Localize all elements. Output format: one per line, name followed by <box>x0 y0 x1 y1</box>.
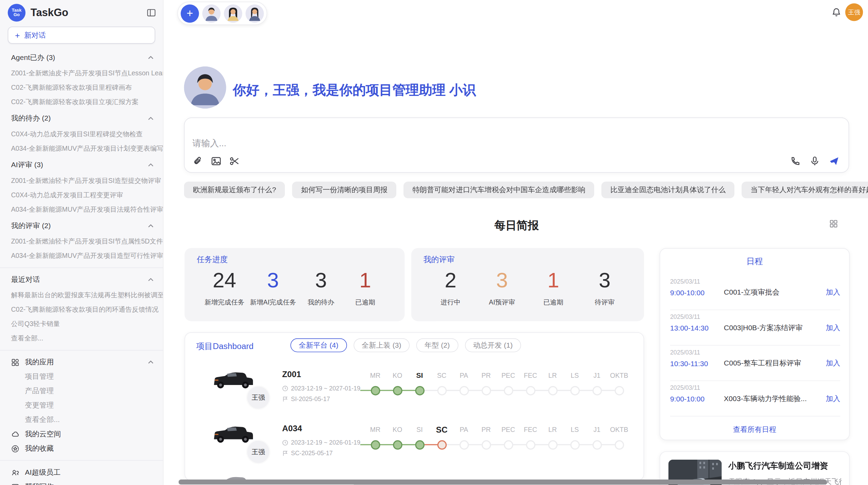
sidebar-task-item[interactable]: A034-全新新能源MUV产品开发项目造型可行性评审 <box>0 249 163 263</box>
tab-new-platform[interactable]: 全新平台 (4) <box>290 338 347 352</box>
project-dates: 2023-12-19 ~ 2026-01-19 <box>282 439 360 446</box>
app-item-product-mgmt[interactable]: 产品管理 <box>0 384 163 398</box>
milestone: SC <box>431 424 453 450</box>
mic-icon[interactable] <box>809 156 820 166</box>
milestone: FEC <box>519 424 542 450</box>
milestone-dot <box>393 440 402 449</box>
app-item-change-mgmt[interactable]: 变更管理 <box>0 398 163 412</box>
milestone-label: MR <box>370 369 380 382</box>
milestone-label: LS <box>571 424 579 436</box>
milestone: KO <box>386 424 409 450</box>
menu-label: 我的应用 <box>25 357 147 367</box>
apps-view-all[interactable]: 查看全部... <box>0 413 163 427</box>
chevron-up-icon[interactable] <box>147 223 154 229</box>
milestone-dot <box>415 440 424 449</box>
date-range: 2023-12-19 ~ 2026-01-19 <box>291 439 360 446</box>
tab-year-model[interactable]: 年型 (2) <box>416 338 458 352</box>
clock-icon <box>282 385 288 391</box>
sidebar-task-item[interactable]: C02-飞腾新能源轻客改款项目里程碑画布 <box>0 80 163 95</box>
section-my-review[interactable]: 我的评审 (2) <box>0 219 163 233</box>
sidebar-item-cloud-space[interactable]: 我的云空间 <box>0 427 163 442</box>
chevron-up-icon[interactable] <box>147 162 154 168</box>
sidebar-task-item[interactable]: A034-全新新能源MUV产品开发项目计划变更表编写 <box>0 141 163 156</box>
sidebar-header: Task Go TaskGo <box>0 0 163 25</box>
notification-bell-icon[interactable] <box>831 7 841 17</box>
suggestion-chip[interactable]: 欧洲新规最近颁布了什么? <box>184 182 285 198</box>
message-input[interactable] <box>191 137 748 154</box>
sidebar-item-ai-super-staff[interactable]: AI超级员工 <box>0 465 163 480</box>
suggestion-chip[interactable]: 如何写一份清晰的项目周报 <box>292 182 396 198</box>
chevron-up-icon[interactable] <box>147 115 154 122</box>
sidebar-task-item[interactable]: C0X4-动力总成开发项目SI里程碑提交物检查 <box>0 127 163 141</box>
join-link[interactable]: 加入 <box>826 358 840 368</box>
collapse-sidebar-icon[interactable] <box>146 8 156 18</box>
sidebar-item-favorites[interactable]: 我的收藏 <box>0 442 163 456</box>
project-code: A034 <box>282 424 302 433</box>
sidebar-item-my-apps[interactable]: 我的应用 <box>0 355 163 369</box>
layout-grid-icon[interactable] <box>829 219 838 228</box>
sidebar-task-item[interactable]: Z001-全新燃油轻卡产品开发项目SI造型提交物评审 <box>0 173 163 188</box>
user-avatar[interactable]: 王强 <box>845 3 863 21</box>
schedule-item[interactable]: 2025/03/11 9:00-10:00 C001-立项审批会 加入 <box>670 278 840 298</box>
milestone-dot <box>548 386 557 395</box>
schedule-item[interactable]: 2025/03/11 10:30-11:30 C005-整车工程目标评审 加入 <box>670 349 840 369</box>
horizontal-scrollbar[interactable] <box>179 480 827 485</box>
tab-new-body[interactable]: 全新上装 (3) <box>353 338 410 352</box>
milestone-dot <box>371 386 380 395</box>
project-dashboard-card: 项目Dashboard 全新平台 (4) 全新上装 (3) 年型 (2) 动总开… <box>184 332 644 481</box>
recent-view-all[interactable]: 查看全部... <box>0 331 163 346</box>
app-item-project-mgmt[interactable]: 项目管理 <box>0 369 163 384</box>
divider <box>670 416 840 416</box>
section-agent-done[interactable]: Agent已办 (3) <box>0 50 163 65</box>
sidebar-task-item[interactable]: Z001-全新燃油轻卡产品开发项目SI节点属性5D文件评审 <box>0 234 163 249</box>
sidebar-item-help-me-write[interactable]: 帮我写作 <box>0 480 163 485</box>
sidebar-task-item[interactable]: C0X4-动力总成开发项目工程变更评审 <box>0 188 163 202</box>
section-my-todo[interactable]: 我的待办 (2) <box>0 111 163 126</box>
composer-actions <box>790 156 840 166</box>
sidebar-task-item[interactable]: C02-飞腾新能源轻客改款项目立项汇报方案 <box>0 95 163 109</box>
sidebar-task-item[interactable]: A034-全新新能源MUV产品开发项目法规符合性评审 <box>0 202 163 216</box>
send-icon[interactable] <box>829 156 840 166</box>
chevron-up-icon[interactable] <box>147 54 154 61</box>
stat-overdue: 1 已逾期 <box>534 268 572 308</box>
chevron-up-icon[interactable] <box>147 276 154 283</box>
section-recent-chats[interactable]: 最近对话 <box>0 272 163 287</box>
assistant-avatar-1[interactable] <box>202 4 220 22</box>
milestone: OKTB <box>608 369 630 395</box>
view-all-schedule-link[interactable]: 查看所有日程 <box>660 425 849 435</box>
phone-icon[interactable] <box>790 156 801 166</box>
suggestion-chip[interactable]: 特朗普可能对进口汽车增税会对中国车企造成哪些影响 <box>403 182 594 198</box>
join-link[interactable]: 加入 <box>826 287 840 297</box>
divider <box>0 268 163 268</box>
join-link[interactable]: 加入 <box>826 323 840 333</box>
project-next-milestone: SC-2025-05-17 <box>282 450 333 456</box>
recent-chat-item[interactable]: C02-飞腾新能源轻客改款项目的闭环通告反馈情况 <box>0 302 163 317</box>
scissors-icon[interactable] <box>229 156 240 166</box>
schedule-time: 9:00-10:00 <box>670 288 724 297</box>
schedule-item[interactable]: 2025/03/11 9:00-10:00 X003-车辆动力学性能验... 加… <box>670 384 840 404</box>
schedule-item[interactable]: 2025/03/11 13:00-14:30 C003|H0B-方案冻结评审 加… <box>670 313 840 333</box>
assistant-avatar-3[interactable] <box>245 4 264 22</box>
tab-powertrain[interactable]: 动总开发 (1) <box>465 338 521 352</box>
message-composer <box>184 117 849 173</box>
sidebar-task-item[interactable]: Z001-全新燃油皮卡产品开发项目SI节点Lesson Learn报告 <box>0 66 163 80</box>
stat-new-completed: 24 新增完成任务 <box>205 268 244 308</box>
assistant-avatar-2[interactable] <box>224 4 242 22</box>
milestone: SI <box>409 424 431 450</box>
new-chat-button[interactable]: + 新对话 <box>8 27 155 44</box>
image-icon[interactable] <box>210 156 221 166</box>
section-ai-review[interactable]: AI评审 (3) <box>0 158 163 172</box>
recent-chat-item[interactable]: 公司Q3轻卡销量 <box>0 317 163 331</box>
sidebar: Task Go TaskGo + 新对话 Agent已办 (3) Z001-全新… <box>0 0 164 485</box>
milestone-label: OKTB <box>610 369 628 382</box>
cloud-icon <box>11 430 19 438</box>
stat-value: 2 <box>445 268 456 293</box>
stat-ai-completed: 3 新增AI完成任务 <box>250 268 296 308</box>
suggestion-chip[interactable]: 当下年轻人对汽车外观有怎样的喜好趋势 <box>742 182 868 198</box>
chevron-up-icon[interactable] <box>147 359 154 365</box>
join-link[interactable]: 加入 <box>826 394 840 404</box>
add-assistant-button[interactable]: + <box>181 4 199 22</box>
paperclip-icon[interactable] <box>192 156 203 166</box>
recent-chat-item[interactable]: 解释最新出台的欧盟报废车法规再生塑料比例被调至15%... <box>0 288 163 302</box>
suggestion-chip[interactable]: 比亚迪全固态电池计划具体说了什么 <box>602 182 735 198</box>
